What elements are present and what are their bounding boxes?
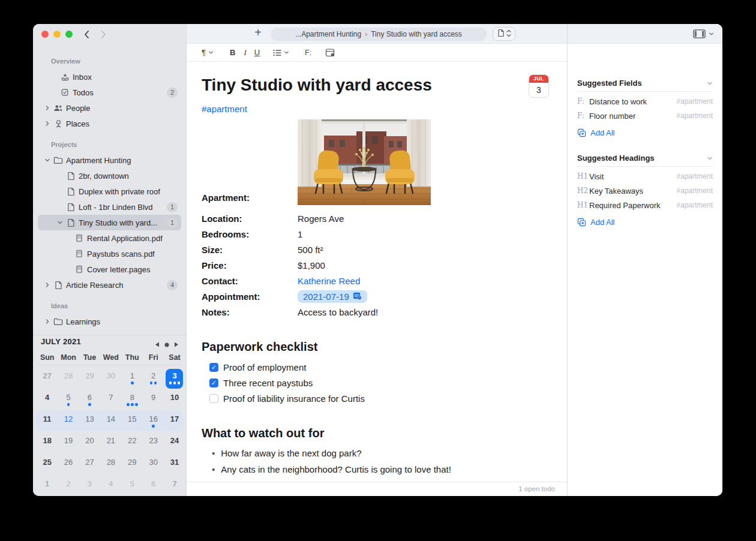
calendar-day[interactable]: 9 xyxy=(143,390,164,411)
new-note-button[interactable]: + xyxy=(251,26,265,40)
note-title[interactable]: Tiny Studio with yard access xyxy=(202,74,432,96)
chevron-right-icon[interactable] xyxy=(44,121,51,127)
sidebar-item[interactable]: Apartment Hunting xyxy=(38,152,181,168)
calendar-day[interactable]: 19 xyxy=(58,433,79,455)
suggested-field-item[interactable]: F: Distance to work #apartment xyxy=(577,94,713,109)
panel-toggle-button[interactable] xyxy=(693,29,714,38)
sidebar-item[interactable]: Inbox xyxy=(38,69,181,85)
date-badge[interactable]: JUL 3 xyxy=(529,74,549,98)
italic-button[interactable]: I xyxy=(244,48,246,58)
calendar-day[interactable]: 28 xyxy=(58,368,79,390)
calendar-day[interactable]: 8 xyxy=(122,390,143,411)
minimize-window-button[interactable] xyxy=(53,31,61,38)
calendar-day[interactable]: 24 xyxy=(164,433,185,455)
calendar-day[interactable]: 11 xyxy=(37,411,58,433)
suggested-heading-item[interactable]: H1 Visit #apartment xyxy=(577,169,713,184)
calendar-day[interactable]: 10 xyxy=(164,390,185,411)
chevron-down-icon[interactable] xyxy=(44,157,51,163)
todo-checkbox[interactable] xyxy=(209,363,218,372)
calendar-day[interactable]: 3 xyxy=(164,368,185,390)
field-value[interactable]: 500 ft² xyxy=(298,245,323,255)
calendar-day[interactable]: 27 xyxy=(79,455,100,476)
add-all-headings-button[interactable]: Add All xyxy=(577,215,713,229)
paragraph-style-button[interactable]: ¶ xyxy=(202,48,214,57)
suggested-heading-item[interactable]: H2 Key Takeaways #apartment xyxy=(577,184,713,198)
calendar-day[interactable]: 14 xyxy=(100,411,121,433)
calendar-prev-button[interactable] xyxy=(155,339,160,350)
calendar-day[interactable]: 12 xyxy=(58,411,79,433)
calendar-day[interactable]: 21 xyxy=(100,433,121,455)
forward-button[interactable] xyxy=(100,30,107,41)
chevron-right-icon[interactable] xyxy=(44,318,51,324)
calendar-day[interactable]: 13 xyxy=(79,411,100,433)
suggested-fields-header[interactable]: Suggested Fields xyxy=(577,79,713,88)
calendar-today-button[interactable] xyxy=(164,339,169,350)
calendar-day[interactable]: 15 xyxy=(122,411,143,433)
sidebar-item[interactable]: Loft - 1br Linden Blvd 1 xyxy=(38,199,181,215)
calendar-day[interactable]: 5 xyxy=(122,476,143,496)
calendar-day[interactable]: 6 xyxy=(79,390,100,411)
chevron-right-icon[interactable] xyxy=(44,282,51,288)
chevron-right-icon[interactable] xyxy=(44,105,51,111)
zoom-window-button[interactable] xyxy=(65,31,73,38)
breadcrumb-current[interactable]: Tiny Studio with yard access xyxy=(371,30,462,38)
calendar-day[interactable]: 5 xyxy=(58,390,79,411)
calendar-day[interactable]: 2 xyxy=(143,368,164,390)
sidebar-item[interactable]: Places xyxy=(38,116,181,131)
sidebar-item[interactable]: Rental Application.pdf xyxy=(38,230,181,246)
calendar-day[interactable]: 4 xyxy=(37,390,58,411)
calendar-day[interactable]: 1 xyxy=(37,476,58,496)
calendar-day[interactable]: 31 xyxy=(164,455,185,476)
calendar-day[interactable]: 16 xyxy=(143,411,164,433)
apartment-photo[interactable] xyxy=(298,119,431,205)
calendar-day[interactable]: 7 xyxy=(164,476,185,496)
back-button[interactable] xyxy=(83,30,90,41)
note-tag[interactable]: #apartment xyxy=(202,104,247,114)
bold-button[interactable]: B xyxy=(230,48,235,57)
field-value[interactable]: 2021-07-19 xyxy=(298,290,367,303)
calendar-day[interactable]: 30 xyxy=(143,455,164,476)
field-value[interactable]: 1 xyxy=(298,229,302,239)
add-all-fields-button[interactable]: Add All xyxy=(577,125,713,140)
close-window-button[interactable] xyxy=(41,31,49,38)
calendar-day[interactable]: 7 xyxy=(100,390,121,411)
sidebar-item[interactable]: Paystubs scans.pdf xyxy=(38,246,181,262)
field-value[interactable]: $1,900 xyxy=(298,260,325,270)
breadcrumb[interactable]: ...Apartment Hunting › Tiny Studio with … xyxy=(271,28,487,41)
calendar-day[interactable]: 20 xyxy=(79,433,100,455)
calendar-day[interactable]: 6 xyxy=(143,476,164,496)
calendar-day[interactable]: 22 xyxy=(122,433,143,455)
insert-field-button[interactable]: F: xyxy=(305,49,311,57)
sidebar-item[interactable]: People xyxy=(38,100,181,116)
sidebar-item[interactable]: Cover letter.pages xyxy=(38,262,181,277)
note-editor[interactable]: Tiny Studio with yard access JUL 3 #apar… xyxy=(187,62,567,482)
todo-checkbox[interactable] xyxy=(209,394,218,403)
sidebar-item[interactable]: Duplex with private roof xyxy=(38,184,181,199)
todo-checkbox[interactable] xyxy=(209,378,218,387)
calendar-day[interactable]: 26 xyxy=(58,455,79,476)
sidebar-item[interactable]: Tiny Studio with yard... 1 xyxy=(38,215,181,230)
note-switcher-button[interactable] xyxy=(493,27,515,41)
calendar-day[interactable]: 3 xyxy=(79,476,100,496)
breadcrumb-parent[interactable]: ...Apartment Hunting xyxy=(295,30,361,38)
field-value[interactable]: Katherine Reed xyxy=(298,276,360,286)
suggested-heading-item[interactable]: H1 Required Paperwork #apartment xyxy=(577,198,713,212)
calendar-next-button[interactable] xyxy=(174,339,179,350)
field-value[interactable]: Access to backyard! xyxy=(298,307,378,317)
calendar-day[interactable]: 25 xyxy=(37,455,58,476)
calendar-day[interactable]: 1 xyxy=(122,368,143,390)
sidebar-item[interactable]: Article Research 4 xyxy=(38,277,181,293)
field-value[interactable]: Rogers Ave xyxy=(298,214,344,224)
calendar-day[interactable]: 30 xyxy=(100,368,121,390)
list-style-button[interactable] xyxy=(273,49,289,56)
sidebar-item[interactable]: Todos 2 xyxy=(38,85,181,100)
chevron-down-icon[interactable] xyxy=(56,220,64,226)
calendar-day[interactable]: 23 xyxy=(143,433,164,455)
sidebar-item[interactable]: Learnings xyxy=(38,314,181,329)
calendar-day[interactable]: 18 xyxy=(37,433,58,455)
calendar-day[interactable]: 17 xyxy=(164,411,185,433)
calendar-day[interactable]: 29 xyxy=(79,368,100,390)
calendar-day[interactable]: 2 xyxy=(58,476,79,496)
sidebar-item[interactable]: 2br, downtown xyxy=(38,168,181,184)
insert-date-button[interactable] xyxy=(325,48,335,57)
